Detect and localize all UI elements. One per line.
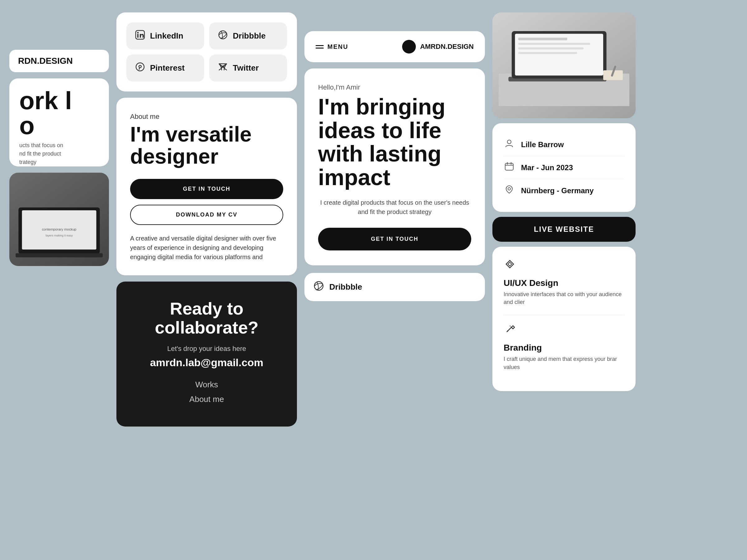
rdn-label-text: RDN.DESIGN — [18, 56, 73, 65]
svg-text:contemporary mockup: contemporary mockup — [42, 228, 77, 232]
hero-cta-button[interactable]: GET IN TOUCH — [318, 228, 471, 250]
collab-works-link[interactable]: Works — [130, 380, 283, 390]
exp-date-item: Mar - Jun 2023 — [504, 156, 624, 179]
nav-menu[interactable]: MENU — [316, 43, 348, 50]
works-partial-card: ork l o ucts that focus on nd fit the pr… — [9, 78, 109, 166]
svg-point-7 — [137, 32, 139, 34]
live-website-card[interactable]: LIVE WEBSITE — [492, 217, 636, 242]
linkedin-icon — [135, 30, 145, 42]
hamburger-icon — [316, 45, 324, 49]
social-item-linkedin[interactable]: LinkedIn — [126, 22, 204, 50]
twitter-label: Twitter — [233, 63, 259, 73]
hero-card: Hello,I'm Amir I'm bringing ideas to lif… — [304, 69, 485, 265]
svg-rect-6 — [137, 34, 138, 38]
calendar-icon — [504, 162, 515, 173]
svg-rect-22 — [505, 163, 513, 170]
location-text: Nürnberg - Germany — [521, 186, 594, 195]
exp-person-item: Lille Barrow — [504, 133, 624, 156]
svg-rect-17 — [518, 47, 584, 49]
uiux-desc: Innovative interfaces that co with your … — [504, 291, 624, 306]
service-branding: Branding I craft unique and mem that exp… — [504, 315, 624, 371]
about-title: I'm versatile designer — [130, 123, 283, 168]
dribbble-icon-bottom — [313, 280, 324, 294]
branding-icon — [504, 323, 624, 338]
social-item-twitter[interactable]: Twitter — [209, 54, 287, 81]
svg-rect-2 — [16, 253, 103, 257]
dribbble-social-card[interactable]: Dribbble — [304, 273, 485, 301]
collab-subtitle: Let's drop your ideas here — [130, 345, 283, 353]
experience-card: Lille Barrow Mar - Jun 2023 — [492, 123, 636, 212]
svg-point-21 — [507, 140, 511, 144]
dribbble-label: Dribbble — [233, 31, 265, 41]
svg-text:layers making it easy: layers making it easy — [46, 234, 73, 237]
location-icon — [504, 185, 515, 196]
works-sub-text: ucts that focus on nd fit the product tr… — [19, 141, 99, 166]
collab-email: amrdn.lab@gmail.com — [130, 356, 283, 369]
laptop-svg-col1: contemporary mockup layers making it eas… — [16, 202, 103, 260]
menu-label: MENU — [328, 43, 348, 50]
works-big-text: ork l o — [19, 88, 99, 138]
person-name: Lille Barrow — [521, 140, 564, 149]
pinterest-icon — [135, 62, 145, 74]
exp-location-item: Nürnberg - Germany — [504, 179, 624, 202]
dribbble-icon — [218, 30, 228, 42]
person-icon — [504, 139, 515, 150]
nav-brand: AMRDN.DESIGN — [402, 40, 474, 54]
svg-rect-16 — [518, 43, 590, 45]
twitter-icon — [218, 62, 228, 74]
uiux-icon — [504, 258, 624, 273]
about-card: About me I'm versatile designer GET IN T… — [117, 98, 297, 275]
about-label: About me — [130, 113, 283, 121]
nav-card: MENU AMRDN.DESIGN — [304, 31, 485, 62]
download-cv-button[interactable]: DOWNLOAD MY CV — [130, 205, 283, 225]
laptop-photo-card — [492, 12, 636, 118]
svg-rect-15 — [518, 38, 567, 40]
branding-desc: I craft unique and mem that express your… — [504, 355, 624, 371]
uiux-title: UI/UX Design — [504, 278, 624, 288]
hero-desc: I create digital products that focus on … — [318, 198, 471, 216]
collab-about-link[interactable]: About me — [130, 395, 283, 404]
collab-card: Ready to collaborate? Let's drop your id… — [117, 282, 297, 427]
laptop-photo-svg — [499, 25, 629, 106]
linkedin-label: LinkedIn — [150, 31, 183, 41]
date-range: Mar - Jun 2023 — [521, 163, 573, 172]
services-card: UI/UX Design Innovative interfaces that … — [492, 247, 636, 391]
social-item-dribbble[interactable]: Dribbble — [209, 22, 287, 50]
service-uiux: UI/UX Design Innovative interfaces that … — [504, 258, 624, 306]
branding-title: Branding — [504, 343, 624, 353]
hello-label: Hello,I'm Amir — [318, 83, 471, 91]
rdn-label-card: RDN.DESIGN — [9, 50, 109, 72]
dribbble-bottom-label: Dribbble — [329, 282, 362, 292]
social-item-pinterest[interactable]: Pinterest — [126, 54, 204, 81]
svg-point-26 — [508, 188, 511, 190]
collab-title: Ready to collaborate? — [130, 299, 283, 337]
live-website-label: LIVE WEBSITE — [534, 225, 594, 233]
about-description: A creative and versatile digital designe… — [130, 234, 283, 262]
pinterest-label: Pinterest — [150, 63, 185, 73]
brand-dot — [402, 40, 416, 54]
get-in-touch-button[interactable]: GET IN TOUCH — [130, 179, 283, 199]
social-links-card: LinkedIn Dribbble — [117, 12, 297, 91]
brand-name: AMRDN.DESIGN — [420, 43, 474, 51]
hero-title: I'm bringing ideas to life with lasting … — [318, 95, 471, 189]
photo-card-col1: contemporary mockup layers making it eas… — [9, 173, 109, 266]
svg-point-9 — [136, 63, 144, 71]
svg-rect-18 — [518, 52, 577, 54]
